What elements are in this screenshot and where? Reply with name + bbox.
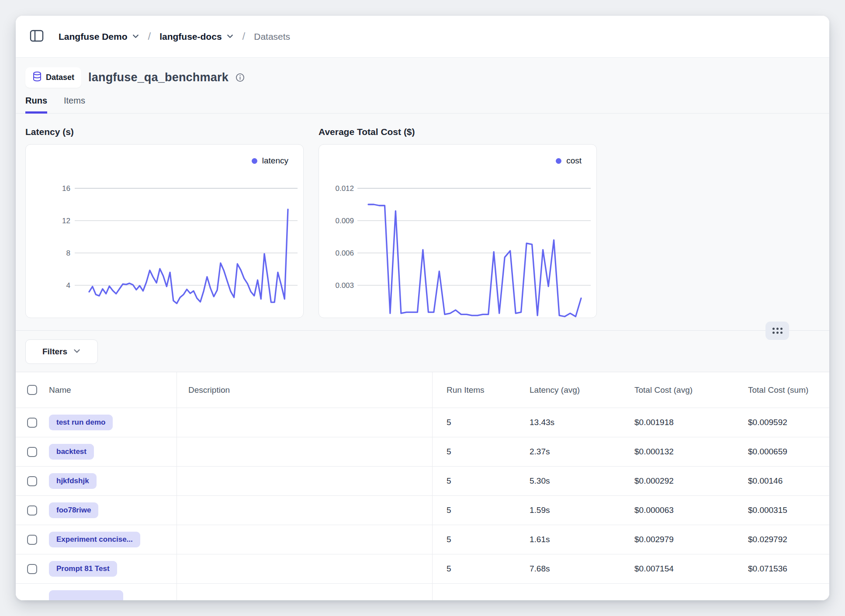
breadcrumb-org-label: Langfuse Demo — [59, 31, 128, 42]
run-items-cell: 5 — [433, 437, 516, 466]
column-header-name: Name — [45, 372, 177, 408]
filters-button-label: Filters — [42, 347, 67, 356]
grip-dots-icon — [772, 328, 783, 334]
database-icon — [32, 71, 42, 84]
charts-section: Latency (s) 161284 latency Average Total… — [16, 114, 829, 318]
cost-chart-block: Average Total Cost ($) 0.0120.0090.0060.… — [319, 127, 597, 318]
sidebar-panel-icon — [30, 30, 44, 43]
breadcrumb-org[interactable]: Langfuse Demo — [59, 31, 139, 42]
latency-avg-cell: 5.30s — [516, 467, 620, 495]
latency-avg-cell: 2.37s — [516, 437, 620, 466]
run-name-badge[interactable]: Experiment concise... — [49, 532, 140, 547]
dataset-title-row: Dataset langfuse_qa_benchmark — [25, 67, 820, 88]
table-row: test run demo 5 13.43s $0.001918 $0.0095… — [16, 408, 829, 437]
column-header-run-items: Run Items — [433, 372, 516, 408]
column-header-latency-avg: Latency (avg) — [516, 372, 620, 408]
svg-text:12: 12 — [62, 217, 70, 225]
legend-label: latency — [262, 156, 288, 166]
page-title: langfuse_qa_benchmark — [88, 71, 229, 84]
run-items-cell: 5 — [433, 467, 516, 495]
run-name-badge[interactable]: test run demo — [49, 415, 113, 430]
latency-chart-card: 161284 latency — [25, 144, 304, 318]
row-checkbox[interactable] — [27, 564, 37, 574]
latency-avg-cell: 1.59s — [516, 496, 620, 525]
column-header-total-cost-avg: Total Cost (avg) — [620, 372, 734, 408]
table-row: hjkfdshjk 5 5.30s $0.000292 $0.00146 — [16, 467, 829, 496]
main-content: Dataset langfuse_qa_benchmark Runs Items — [16, 58, 829, 600]
svg-text:0.006: 0.006 — [335, 249, 354, 257]
latency-avg-cell: 7.68s — [516, 554, 620, 583]
tab-runs[interactable]: Runs — [25, 96, 47, 114]
legend-label: cost — [566, 156, 582, 166]
svg-text:0.003: 0.003 — [335, 281, 354, 290]
app-window: Langfuse Demo / langfuse-docs / Datasets — [16, 16, 829, 600]
svg-text:0.012: 0.012 — [335, 184, 354, 193]
run-name-badge[interactable] — [49, 590, 123, 600]
latency-line-chart: 161284 — [26, 145, 304, 318]
total-cost-avg-cell: $0.000132 — [620, 437, 734, 466]
description-cell — [177, 496, 433, 525]
run-name-badge[interactable]: foo78riwe — [49, 502, 98, 518]
svg-text:8: 8 — [66, 249, 70, 257]
filters-row: Filters — [16, 331, 829, 372]
resize-grip-handle[interactable] — [765, 322, 789, 340]
top-bar: Langfuse Demo / langfuse-docs / Datasets — [16, 16, 829, 58]
total-cost-sum-cell: $0.029792 — [734, 525, 829, 554]
latency-legend[interactable]: latency — [252, 156, 288, 166]
table-row-partial — [16, 584, 829, 600]
latency-avg-cell: 1.61s — [516, 525, 620, 554]
run-items-cell: 5 — [433, 554, 516, 583]
tab-items[interactable]: Items — [64, 96, 85, 114]
breadcrumb-project[interactable]: langfuse-docs — [159, 31, 233, 42]
breadcrumb-datasets-label: Datasets — [254, 31, 290, 42]
chevron-down-icon — [132, 31, 139, 42]
run-items-cell: 5 — [433, 496, 516, 525]
total-cost-avg-cell: $0.000063 — [620, 496, 734, 525]
row-checkbox[interactable] — [27, 505, 37, 516]
run-name-badge[interactable]: hjkfdshjk — [49, 473, 97, 489]
description-cell — [177, 408, 433, 437]
breadcrumb-separator: / — [148, 30, 151, 42]
run-items-cell: 5 — [433, 525, 516, 554]
tab-bar: Runs Items — [16, 96, 829, 114]
breadcrumb-project-label: langfuse-docs — [159, 31, 222, 42]
latency-avg-cell: 13.43s — [516, 408, 620, 437]
column-header-description: Description — [177, 372, 433, 408]
info-icon[interactable] — [235, 73, 245, 82]
total-cost-avg-cell: $0.000292 — [620, 467, 734, 495]
total-cost-sum-cell: $0.000659 — [734, 437, 829, 466]
svg-text:0.009: 0.009 — [335, 217, 354, 225]
breadcrumb-datasets[interactable]: Datasets — [254, 31, 290, 42]
breadcrumb-separator: / — [242, 30, 246, 42]
filters-button[interactable]: Filters — [25, 339, 98, 364]
table-header-row: Name Description Run Items Latency (avg)… — [16, 372, 829, 408]
row-checkbox[interactable] — [27, 535, 37, 545]
run-name-badge[interactable]: Prompt 81 Test — [49, 561, 117, 577]
total-cost-avg-cell: $0.002979 — [620, 525, 734, 554]
runs-table: Name Description Run Items Latency (avg)… — [16, 372, 829, 600]
table-row: Prompt 81 Test 5 7.68s $0.007154 $0.0715… — [16, 554, 829, 584]
description-cell — [177, 467, 433, 495]
sidebar-toggle-button[interactable] — [27, 27, 46, 46]
run-items-cell: 5 — [433, 408, 516, 437]
total-cost-sum-cell: $0.009592 — [734, 408, 829, 437]
dataset-type-badge: Dataset — [25, 67, 81, 88]
cost-legend[interactable]: cost — [556, 156, 582, 166]
row-checkbox[interactable] — [27, 447, 37, 457]
row-checkbox[interactable] — [27, 476, 37, 486]
cost-line-chart: 0.0120.0090.0060.003 — [319, 145, 597, 318]
total-cost-avg-cell: $0.007154 — [620, 554, 734, 583]
cost-chart-card: 0.0120.0090.0060.003 cost — [319, 144, 597, 318]
row-checkbox[interactable] — [27, 418, 37, 428]
page: Langfuse Demo / langfuse-docs / Datasets — [0, 0, 845, 616]
total-cost-avg-cell: $0.001918 — [620, 408, 734, 437]
cost-chart-title: Average Total Cost ($) — [319, 127, 597, 137]
description-cell — [177, 525, 433, 554]
select-all-checkbox[interactable] — [27, 385, 37, 395]
description-cell — [177, 554, 433, 583]
run-name-badge[interactable]: backtest — [49, 444, 94, 460]
chevron-down-icon — [73, 347, 81, 357]
total-cost-sum-cell: $0.071536 — [734, 554, 829, 583]
table-row: foo78riwe 5 1.59s $0.000063 $0.000315 — [16, 496, 829, 525]
column-header-total-cost-sum: Total Cost (sum) — [734, 372, 829, 408]
